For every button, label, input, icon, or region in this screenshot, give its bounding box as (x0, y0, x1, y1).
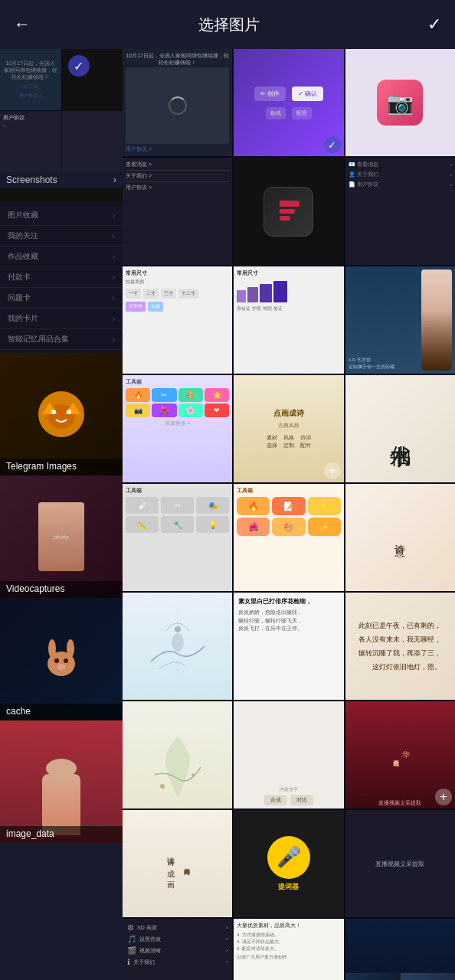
svg-point-16 (172, 633, 184, 652)
back-button[interactable]: ← (14, 15, 31, 34)
grid-cell-13[interactable]: 工具箱 🖌 ✂ 🎭 📐 🔧 💡 (123, 484, 232, 591)
add-badge-11: + (324, 462, 341, 479)
grid-cell-10[interactable]: 工具箱 🔥 ✂ 🎨 ⭐ 📷 🌺 🌸 ❤ 添加更多 × (123, 375, 232, 482)
cell-check-2: ✓ (324, 136, 341, 153)
grid-cell-21[interactable]: 点画成诗 华 + 直播视频义采提取 (345, 701, 455, 808)
screenshots-folder-label: Screenshots › (0, 172, 123, 188)
svg-point-11 (57, 664, 66, 670)
videocaptures-folder-label: Videocaptures (0, 581, 123, 598)
sidebar-sub-item[interactable]: 作品收藏› (0, 247, 123, 267)
sidebar-item-telegram[interactable]: Telegram Images (0, 353, 123, 475)
svg-point-7 (48, 639, 56, 658)
header: ← 选择图片 ✓ (0, 0, 455, 49)
sidebar-item-videocaptures[interactable]: 📸 photo Videocaptures (0, 475, 123, 598)
grid-cell-9[interactable]: A R 艺术馆定制属于你一生的珍藏 (345, 266, 455, 374)
grid-cell-24[interactable]: 直播视频义采提取 (345, 810, 455, 917)
grid-cell-15[interactable]: 诗意 (345, 484, 455, 591)
svg-rect-13 (280, 209, 295, 214)
grid-cell-16[interactable] (123, 593, 232, 700)
svg-point-8 (67, 639, 74, 658)
svg-point-19 (191, 773, 195, 776)
imagedata-folder-label: image_data (0, 826, 123, 843)
grid-cell-25[interactable]: ⚙SD 画质› 🎵设置音效› 🎬视频清晰› ℹ关于我们› (123, 919, 232, 980)
sidebar-sub-item[interactable]: 图片收藏› (0, 205, 123, 226)
grid-cell-18[interactable]: 此刻已是午夜，已有剩的， 各人没有来未，我无聊经， 辗转沉睡了我，再添了三， 这… (345, 593, 455, 700)
svg-point-10 (64, 658, 68, 663)
grid-cell-1[interactable]: 10月17日起，全国人家相同绑包继续播，轻轻松松赚钱啦！ 用户协议 > (123, 49, 232, 156)
grid-cell-2[interactable]: ✏创作 ✓确认 贴纸 配音 ✓ (234, 49, 343, 156)
sidebar-sub-item[interactable]: 付款卡› (0, 267, 123, 288)
main-content: 10月17日起，全国人家相同绑包继续播，轻轻松松赚钱啦！ 10·下单 用户协议 … (0, 49, 455, 980)
grid-cell-19[interactable] (123, 701, 232, 808)
sidebar: 10月17日起，全国人家相同绑包继续播，轻轻松松赚钱啦！ 10·下单 用户协议 … (0, 49, 123, 980)
sidebar-item-cache[interactable]: cache (0, 598, 123, 720)
sidebar-sub-list: 图片收藏› 我的关注› 作品收藏› 付款卡› 问题卡› 我的卡片› (0, 202, 123, 353)
image-grid: 10月17日起，全国人家相同绑包继续播，轻轻松松赚钱啦！ 用户协议 > ✏创作 … (123, 49, 455, 980)
svg-rect-12 (280, 201, 300, 207)
sidebar-item-screenshots[interactable]: 10月17日起，全国人家相同绑包继续播，轻轻松松赚钱啦！ 10·下单 用户协议 … (0, 49, 123, 353)
grid-cell-17[interactable]: 素女里白已打俳序花检细， 炎炎娇娇，危险送出辗转， 辗转行驶，辗转行驶飞天， 炎… (234, 593, 343, 700)
svg-rect-14 (280, 216, 290, 220)
confirm-button[interactable]: ✓ (427, 15, 441, 34)
grid-cell-3[interactable]: 📷 (345, 49, 455, 156)
svg-point-18 (160, 784, 165, 789)
grid-cell-23[interactable]: 🎤 提词器 (234, 810, 343, 917)
svg-point-5 (67, 410, 71, 414)
sidebar-sub-item[interactable]: 我的关注› (0, 226, 123, 247)
grid-cell-11[interactable]: 点画成诗 古典风格 素材选择 风格定制 诗词配对 + (234, 375, 343, 482)
grid-cell-6[interactable]: 📧查看消息› 👤关于我们› 📄用户协议› (345, 158, 455, 265)
grid-cell-27[interactable] (345, 919, 455, 980)
selected-check: ✓ (68, 55, 90, 77)
sidebar-sub-item[interactable]: 问题卡› (0, 288, 123, 309)
sidebar-sub-item[interactable]: 我的卡片› (0, 309, 123, 329)
telegram-folder-label: Telegram Images (0, 459, 123, 475)
grid-cell-12[interactable]: 书水仙 (345, 375, 455, 482)
svg-point-17 (175, 626, 181, 632)
grid-cell-14[interactable]: 工具箱 🔥 📝 🌟 🌺 🎨 ✨ (234, 484, 343, 591)
grid-cell-5[interactable] (234, 158, 343, 265)
grid-cell-26[interactable]: 大量优质素材，品质高大！ 4. 方式请按照基础。 5. 满足不同作品最大。 6.… (234, 919, 343, 980)
grid-cell-22[interactable]: 读诗 成 画 诗词在画间 (123, 810, 232, 917)
svg-point-9 (54, 658, 59, 663)
sidebar-item-imagedata[interactable]: image_data (0, 720, 123, 843)
grid-cell-8[interactable]: 常用尺寸 身份证 护照 驾照 签证 (234, 266, 343, 374)
grid-cell-20[interactable]: 内容文字 合成 对比 (234, 701, 343, 808)
cache-folder-label: cache (0, 704, 123, 720)
grid-cell-7[interactable]: 常用尺寸 拍摄美图 一寸 二寸 三寸 十二寸 证件照 头像 (123, 266, 232, 374)
grid-cell-4[interactable]: 查看消息 > 关于我们 > 用户协议 > (123, 158, 232, 265)
page-title: 选择图片 (198, 15, 260, 35)
sidebar-sub-item[interactable]: 智能记忆用品合集› (0, 329, 123, 350)
svg-point-4 (51, 410, 56, 414)
